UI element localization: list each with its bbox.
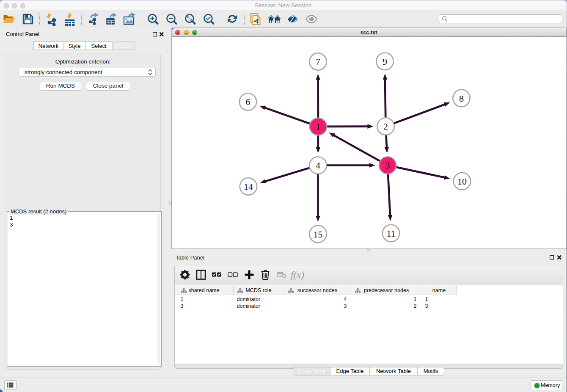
svg-text:3: 3 <box>385 160 390 171</box>
svg-text:f(x): f(x) <box>291 270 304 280</box>
svg-text:2: 2 <box>383 121 388 132</box>
svg-text:15: 15 <box>313 229 322 240</box>
svg-text:9: 9 <box>383 56 387 67</box>
svg-text:4: 4 <box>316 160 320 171</box>
svg-text:1: 1 <box>316 121 320 132</box>
svg-text:11: 11 <box>386 228 395 239</box>
svg-text:6: 6 <box>245 97 250 107</box>
svg-text:10: 10 <box>457 176 467 187</box>
svg-text:8: 8 <box>459 93 464 104</box>
svg-text:14: 14 <box>244 181 253 192</box>
svg-text:7: 7 <box>316 56 320 67</box>
